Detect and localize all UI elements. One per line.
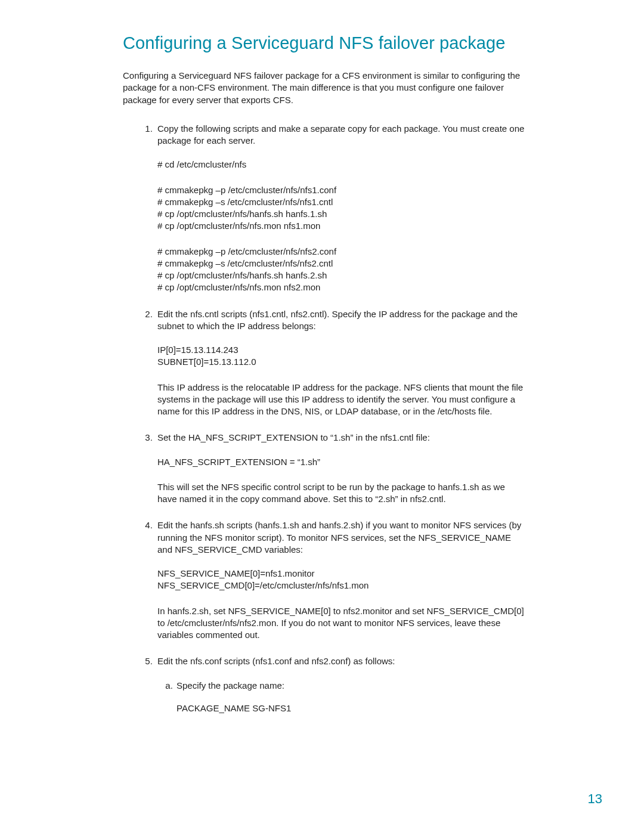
step-1-lead: Copy the following scripts and make a se… bbox=[157, 123, 525, 147]
step-4-code: NFS_SERVICE_NAME[0]=nfs1.monitor NFS_SER… bbox=[157, 568, 525, 592]
steps-list: Copy the following scripts and make a se… bbox=[136, 123, 525, 714]
document-page: Configuring a Serviceguard NFS failover … bbox=[0, 0, 644, 833]
step-1-code-3: # cmmakepkg –p /etc/cmcluster/nfs/nfs2.c… bbox=[157, 246, 525, 294]
step-5a: Specify the package name: PACKAGE_NAME S… bbox=[175, 680, 525, 715]
step-3: Set the HA_NFS_SCRIPT_EXTENSION to “1.sh… bbox=[155, 432, 525, 505]
step-2-trail: This IP address is the relocatable IP ad… bbox=[157, 382, 525, 418]
step-5: Edit the nfs.conf scripts (nfs1.conf and… bbox=[155, 655, 525, 714]
step-2-code: IP[0]=15.13.114.243 SUBNET[0]=15.13.112.… bbox=[157, 344, 525, 368]
step-5a-code: PACKAGE_NAME SG-NFS1 bbox=[177, 702, 525, 714]
intro-paragraph: Configuring a Serviceguard NFS failover … bbox=[123, 70, 525, 106]
step-4-trail: In hanfs.2.sh, set NFS_SERVICE_NAME[0] t… bbox=[157, 605, 525, 642]
step-4: Edit the hanfs.sh scripts (hanfs.1.sh an… bbox=[155, 519, 525, 641]
step-5-substeps: Specify the package name: PACKAGE_NAME S… bbox=[160, 680, 525, 715]
step-1-code-1: # cd /etc/cmcluster/nfs bbox=[157, 159, 525, 171]
step-4-lead: Edit the hanfs.sh scripts (hanfs.1.sh an… bbox=[157, 519, 525, 556]
step-1-code-2: # cmmakepkg –p /etc/cmcluster/nfs/nfs1.c… bbox=[157, 184, 525, 233]
step-5a-lead: Specify the package name: bbox=[177, 680, 525, 692]
step-2-lead: Edit the nfs.cntl scripts (nfs1.cntl, nf… bbox=[157, 308, 525, 333]
step-5-lead: Edit the nfs.conf scripts (nfs1.conf and… bbox=[157, 655, 525, 667]
step-3-code: HA_NFS_SCRIPT_EXTENSION = “1.sh” bbox=[157, 456, 525, 468]
step-3-lead: Set the HA_NFS_SCRIPT_EXTENSION to “1.sh… bbox=[157, 432, 525, 444]
step-3-trail: This will set the NFS specific control s… bbox=[157, 481, 525, 506]
step-2: Edit the nfs.cntl scripts (nfs1.cntl, nf… bbox=[155, 308, 525, 418]
page-number: 13 bbox=[588, 791, 602, 807]
step-1: Copy the following scripts and make a se… bbox=[155, 123, 525, 294]
page-title: Configuring a Serviceguard NFS failover … bbox=[123, 33, 525, 53]
